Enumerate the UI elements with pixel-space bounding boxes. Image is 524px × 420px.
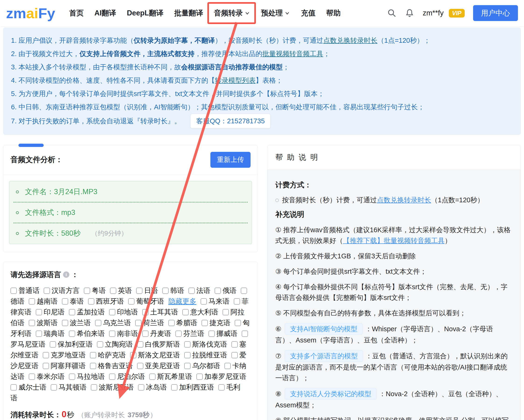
checkbox-icon[interactable]: [218, 384, 225, 391]
language-option[interactable]: 俄语: [215, 287, 236, 294]
language-option[interactable]: 希伯来语: [69, 330, 105, 337]
language-option[interactable]: 拉脱维亚语: [184, 351, 227, 359]
language-option[interactable]: 土耳其语: [142, 308, 178, 316]
checkbox-icon[interactable]: [142, 309, 148, 315]
language-option[interactable]: 西班牙语: [88, 297, 124, 305]
checkbox-icon[interactable]: [168, 320, 175, 326]
language-option[interactable]: 加泰罗尼亚语: [196, 373, 246, 380]
info-icon[interactable]: [63, 271, 69, 278]
recommended-download-link[interactable]: 【推荐下载】批量视频转音频工具: [343, 237, 445, 244]
language-option[interactable]: 日语: [136, 287, 158, 294]
checkbox-icon[interactable]: [171, 384, 177, 391]
nav-help[interactable]: 帮助: [326, 8, 341, 18]
checkbox-icon[interactable]: [196, 374, 203, 380]
checkbox-icon[interactable]: [69, 309, 75, 315]
nav-audio-transcribe[interactable]: 音频转录: [214, 8, 250, 18]
nav-ai-translate[interactable]: AI翻译: [94, 8, 116, 18]
checkbox-icon[interactable]: [184, 341, 191, 348]
language-option[interactable]: 孟加拉语: [69, 308, 105, 316]
checkbox-icon[interactable]: [50, 341, 56, 348]
language-option[interactable]: 英语: [110, 287, 132, 294]
language-option[interactable]: 印地语: [109, 308, 138, 316]
language-option[interactable]: 瑞典语: [36, 330, 65, 337]
checkbox-icon[interactable]: [231, 352, 238, 358]
checkbox-icon[interactable]: [62, 320, 68, 326]
checkbox-icon[interactable]: [138, 384, 144, 391]
language-option[interactable]: 丹麦语: [142, 330, 171, 337]
speaker-diarization-models-tag[interactable]: 支持说话人分类标记的模型: [285, 388, 377, 400]
checkbox-icon[interactable]: [137, 341, 143, 348]
checkbox-icon[interactable]: [184, 363, 191, 369]
checkbox-icon[interactable]: [88, 298, 94, 305]
language-option[interactable]: 粤语: [84, 287, 106, 294]
checkbox-icon[interactable]: [90, 352, 96, 358]
nav-batch-translate[interactable]: 批量翻译: [174, 8, 203, 18]
checkbox-icon[interactable]: [51, 384, 57, 391]
language-option[interactable]: 荷兰语: [135, 319, 164, 327]
language-option[interactable]: 芬兰语: [175, 330, 204, 337]
multi-source-language-models-tag[interactable]: 支持多个源语言的模型: [285, 350, 363, 362]
checkbox-icon[interactable]: [90, 363, 96, 369]
checkbox-icon[interactable]: [91, 384, 97, 391]
language-option[interactable]: 葡萄牙语: [128, 297, 164, 305]
language-option[interactable]: 斯洛文尼亚语: [130, 351, 180, 359]
checkbox-icon[interactable]: [95, 320, 101, 326]
language-option[interactable]: 乌克兰语: [95, 319, 131, 327]
checkbox-icon[interactable]: [29, 298, 35, 305]
language-option[interactable]: 马来语: [201, 297, 229, 305]
batch-video-to-audio-tool-link[interactable]: 批量视频转音频工具: [262, 50, 323, 57]
nav-preprocess[interactable]: 预处理: [261, 8, 290, 18]
checkbox-icon[interactable]: [215, 287, 221, 294]
points-exchange-link[interactable]: 点数兑换转录时长: [377, 196, 431, 204]
language-option[interactable]: 斯瓦希里语: [149, 373, 192, 380]
checkbox-icon[interactable]: [109, 374, 115, 380]
checkbox-icon[interactable]: [36, 331, 42, 337]
checkbox-icon[interactable]: [162, 287, 169, 294]
checkbox-icon[interactable]: [84, 287, 90, 294]
language-option[interactable]: 波兰语: [62, 319, 91, 327]
checkbox-icon[interactable]: [149, 374, 156, 380]
checkbox-icon[interactable]: [136, 287, 142, 294]
checkbox-icon[interactable]: [29, 374, 35, 380]
language-option[interactable]: 马其顿语: [51, 383, 87, 391]
language-option[interactable]: 泰米尔语: [29, 373, 65, 380]
checkbox-icon[interactable]: [109, 309, 115, 315]
checkbox-icon[interactable]: [201, 298, 207, 305]
checkbox-icon[interactable]: [201, 320, 208, 326]
language-option[interactable]: 格鲁吉亚语: [90, 362, 133, 370]
checkbox-icon[interactable]: [234, 298, 240, 305]
model-list-link[interactable]: 转录模型列表: [215, 77, 255, 84]
checkbox-icon[interactable]: [175, 331, 182, 337]
language-option[interactable]: 立陶宛语: [97, 340, 133, 348]
language-option[interactable]: 捷克语: [201, 319, 230, 327]
language-option[interactable]: 越南语: [29, 297, 58, 305]
checkbox-icon[interactable]: [36, 309, 42, 315]
language-option[interactable]: 尼泊尔语: [109, 373, 145, 380]
nav-deepl-translate[interactable]: DeepL翻译: [127, 8, 164, 18]
checkbox-icon[interactable]: [235, 320, 241, 326]
checkbox-icon[interactable]: [29, 320, 35, 326]
checkbox-icon[interactable]: [43, 352, 49, 358]
checkbox-icon[interactable]: [128, 298, 134, 305]
logo[interactable]: zmaiFy: [6, 5, 55, 21]
language-option[interactable]: 克罗地亚语: [43, 351, 86, 359]
checkbox-icon[interactable]: [224, 363, 231, 369]
language-option[interactable]: 白俄罗斯语: [137, 340, 180, 348]
checkbox-icon[interactable]: [110, 287, 116, 294]
language-option[interactable]: 泰语: [62, 297, 84, 305]
bell-icon[interactable]: [405, 9, 414, 18]
user-center-button[interactable]: 用户中心: [473, 5, 518, 21]
checkbox-icon[interactable]: [209, 331, 215, 337]
ai-sentence-models-tag[interactable]: 支持AI智能断句的模型: [285, 323, 363, 335]
username[interactable]: zm**fy: [423, 9, 444, 17]
language-option[interactable]: 汉语方言: [44, 287, 80, 294]
points-exchange-link[interactable]: 点数兑换转录时长: [323, 37, 377, 44]
language-option[interactable]: 波斯语: [29, 319, 58, 327]
checkbox-icon[interactable]: [137, 363, 143, 369]
checkbox-icon[interactable]: [184, 352, 191, 358]
search-icon[interactable]: [387, 9, 396, 18]
checkbox-icon[interactable]: [69, 374, 75, 380]
language-option[interactable]: 保加利亚语: [50, 340, 93, 348]
checkbox-icon[interactable]: [109, 331, 115, 337]
checkbox-icon[interactable]: [62, 298, 68, 305]
